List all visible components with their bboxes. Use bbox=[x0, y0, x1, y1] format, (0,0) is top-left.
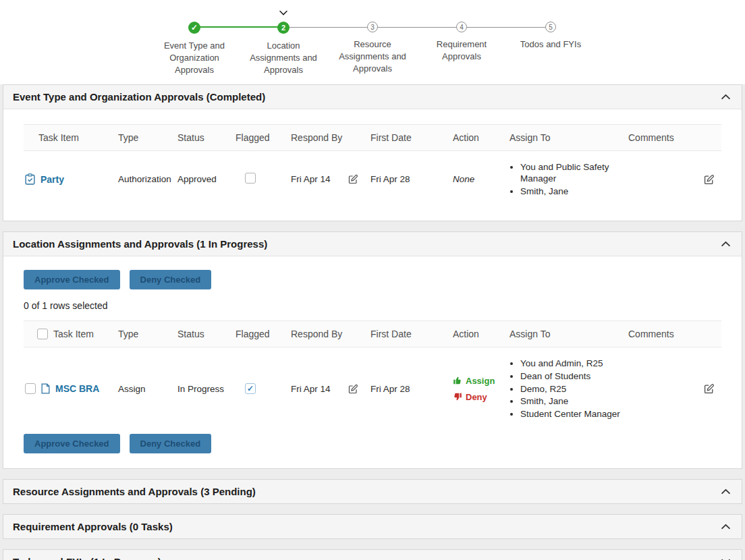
col-task-item: Task Item bbox=[24, 132, 118, 143]
step-label: Requirement Approvals bbox=[422, 38, 501, 63]
stepper-step-resource[interactable]: 3 Resource Assignments and Approvals bbox=[328, 11, 417, 76]
col-type: Type bbox=[118, 329, 177, 339]
select-all-checkbox[interactable] bbox=[37, 329, 48, 339]
workflow-stepper: ✓ Event Type and Organization Approvals … bbox=[0, 0, 745, 84]
location-table: Task Item Type Status Flagged Respond By… bbox=[24, 320, 721, 428]
stepper-connector bbox=[283, 27, 373, 28]
step-circle: ✓ bbox=[188, 22, 200, 34]
table-header-row: Task Item Type Status Flagged Respond By… bbox=[24, 124, 721, 151]
col-action: Action bbox=[453, 132, 509, 143]
comment-edit-icon[interactable] bbox=[704, 383, 715, 394]
assignee: You and Admin, R25 bbox=[520, 358, 623, 370]
thumbs-down-icon bbox=[453, 392, 462, 401]
task-item-link[interactable]: MSC BRA bbox=[55, 383, 99, 394]
col-flagged: Flagged bbox=[236, 329, 291, 339]
assignee: Dean of Students bbox=[520, 370, 623, 383]
chevron-up-icon[interactable] bbox=[721, 488, 731, 495]
stepper-step-location[interactable]: 2 Location Assignments and Approvals bbox=[239, 11, 328, 76]
assign-label: Assign bbox=[466, 376, 495, 386]
col-action: Action bbox=[453, 329, 509, 339]
task-type: Assign bbox=[118, 384, 177, 394]
assignee: Student Center Manager bbox=[520, 408, 623, 420]
col-first-date: First Date bbox=[370, 132, 453, 143]
section-title: Location Assignments and Approvals (1 In… bbox=[13, 238, 267, 250]
comment-edit-icon[interactable] bbox=[704, 174, 715, 185]
deny-action-link[interactable]: Deny bbox=[453, 392, 504, 402]
assignee: Smith, Jane bbox=[520, 186, 623, 198]
step-label: Resource Assignments and Approvals bbox=[333, 38, 412, 75]
stepper-connector bbox=[194, 26, 283, 28]
flagged-checkbox[interactable] bbox=[245, 173, 256, 184]
step-number: 4 bbox=[460, 24, 464, 31]
stepper-step-event-type[interactable]: ✓ Event Type and Organization Approvals bbox=[150, 11, 239, 76]
step-label: Event Type and Organization Approvals bbox=[155, 40, 234, 76]
col-respond-by: Respond By bbox=[291, 329, 370, 339]
section-resource-approvals: Resource Assignments and Approvals (3 Pe… bbox=[3, 479, 742, 504]
task-item-link[interactable]: Party bbox=[40, 174, 64, 185]
approve-checked-button[interactable]: Approve Checked bbox=[24, 434, 120, 453]
deny-checked-button[interactable]: Deny Checked bbox=[130, 434, 212, 453]
chevron-up-icon[interactable] bbox=[721, 241, 731, 247]
step-circle: 2 bbox=[277, 22, 289, 34]
stepper-connector bbox=[373, 27, 462, 28]
section-requirement-approvals: Requirement Approvals (0 Tasks) bbox=[3, 514, 742, 539]
col-type: Type bbox=[118, 132, 177, 143]
chevron-up-icon[interactable] bbox=[721, 94, 731, 100]
flagged-checkbox[interactable] bbox=[245, 383, 256, 394]
section-title: Resource Assignments and Approvals (3 Pe… bbox=[13, 486, 256, 497]
step-circle: 5 bbox=[545, 22, 556, 32]
step-circle: 3 bbox=[367, 22, 378, 32]
col-flagged: Flagged bbox=[236, 132, 291, 143]
thumbs-up-icon bbox=[453, 376, 462, 385]
section-header-event-type[interactable]: Event Type and Organization Approvals (C… bbox=[3, 85, 742, 109]
col-status: Status bbox=[177, 329, 236, 339]
stepper-step-todos[interactable]: 5 Todos and FYIs bbox=[506, 11, 595, 76]
task-type: Authorization bbox=[118, 174, 177, 184]
section-header-location[interactable]: Location Assignments and Approvals (1 In… bbox=[3, 232, 742, 256]
section-title: Todos and FYIs (1 In Progress) bbox=[13, 556, 161, 560]
section-todos-fyis: Todos and FYIs (1 In Progress) bbox=[3, 549, 742, 560]
edit-date-icon[interactable] bbox=[348, 384, 358, 394]
col-respond-by: Respond By bbox=[291, 132, 370, 143]
row-select-checkbox[interactable] bbox=[25, 383, 36, 394]
col-assign-to: Assign To bbox=[509, 132, 628, 143]
action-none: None bbox=[453, 174, 509, 184]
section-title: Event Type and Organization Approvals (C… bbox=[13, 91, 265, 103]
section-header-resource[interactable]: Resource Assignments and Approvals (3 Pe… bbox=[3, 480, 742, 503]
step-number: 2 bbox=[281, 24, 285, 32]
table-row: Party Authorization Approved Fri Apr 14 … bbox=[24, 151, 721, 206]
stepper-step-requirement[interactable]: 4 Requirement Approvals bbox=[417, 11, 506, 76]
task-clipboard-icon bbox=[25, 173, 35, 185]
step-number: 3 bbox=[370, 24, 375, 31]
chevron-down-icon bbox=[279, 10, 288, 16]
step-label: Todos and FYIs bbox=[520, 38, 581, 51]
assign-action-link[interactable]: Assign bbox=[453, 376, 504, 386]
approvals-table: Task Item Type Status Flagged Respond By… bbox=[24, 124, 721, 206]
first-date: Fri Apr 28 bbox=[370, 384, 453, 394]
task-status: In Progress bbox=[177, 384, 236, 394]
deny-checked-button[interactable]: Deny Checked bbox=[130, 270, 212, 289]
chevron-up-icon[interactable] bbox=[721, 524, 731, 530]
check-icon: ✓ bbox=[191, 24, 198, 32]
section-location-approvals: Location Assignments and Approvals (1 In… bbox=[3, 231, 742, 469]
respond-by-date: Fri Apr 14 bbox=[291, 174, 331, 184]
col-assign-to: Assign To bbox=[509, 329, 628, 339]
step-circle: 4 bbox=[456, 22, 467, 32]
step-label: Location Assignments and Approvals bbox=[244, 40, 323, 76]
section-event-type-approvals: Event Type and Organization Approvals (C… bbox=[3, 84, 742, 222]
section-header-todos[interactable]: Todos and FYIs (1 In Progress) bbox=[3, 550, 742, 560]
approve-checked-button[interactable]: Approve Checked bbox=[24, 270, 120, 289]
edit-date-icon[interactable] bbox=[348, 174, 358, 184]
assign-to-list: You and Public Safety Manager Smith, Jan… bbox=[509, 161, 623, 198]
respond-by-date: Fri Apr 14 bbox=[291, 384, 331, 394]
col-comments: Comments bbox=[628, 132, 721, 143]
section-header-requirement[interactable]: Requirement Approvals (0 Tasks) bbox=[3, 515, 742, 538]
stepper-connector bbox=[462, 27, 551, 28]
assign-to-list: You and Admin, R25 Dean of Students Demo… bbox=[509, 358, 623, 420]
assignee: Demo, R25 bbox=[520, 383, 623, 395]
section-title: Requirement Approvals (0 Tasks) bbox=[13, 521, 173, 532]
step-number: 5 bbox=[549, 24, 553, 31]
assignee: You and Public Safety Manager bbox=[520, 161, 623, 185]
task-status: Approved bbox=[177, 174, 236, 184]
table-row: MSC BRA Assign In Progress Fri Apr 14 Fr… bbox=[24, 347, 721, 428]
